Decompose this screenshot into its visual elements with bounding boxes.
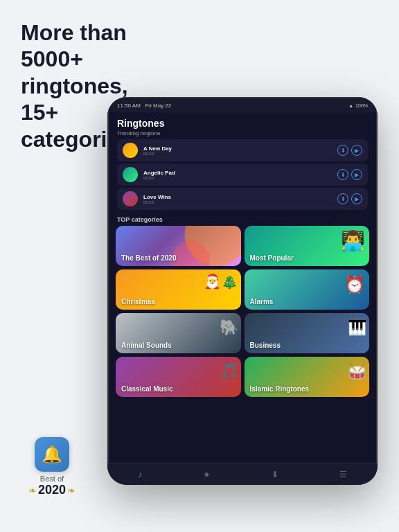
play-button[interactable]: ▶ [351, 193, 362, 204]
laurel-left: ❧ [28, 485, 37, 496]
category-card-islamic[interactable]: Islamic Ringtones [245, 357, 370, 397]
menu-icon: ☰ [339, 470, 347, 479]
star-icon: ★ [203, 470, 211, 479]
ringtone-duration: 00:30 [143, 152, 332, 156]
laurel-right: ❧ [67, 485, 76, 496]
bottom-nav: ♪ ★ ⬇ ☰ [109, 463, 376, 484]
status-bar: 11:50 AM Fri May 22 ▲ 100% [109, 98, 376, 112]
badge-label: Best of ❧ 2020 ❧ [28, 475, 76, 497]
download-button[interactable]: ⬇ [337, 193, 348, 204]
ringtone-actions: ⬇ ▶ [337, 169, 362, 180]
nav-item-music[interactable]: ♪ [138, 470, 142, 479]
hero-line1: More than [21, 20, 127, 45]
ringtone-info: Angelic Pad 00:30 [143, 170, 332, 180]
top-categories-label: TOP categories [109, 212, 376, 226]
music-icon: ♪ [138, 470, 142, 479]
download-button[interactable]: ⬇ [337, 169, 348, 180]
nav-item-menu[interactable]: ☰ [339, 470, 347, 479]
ringtone-name: Angelic Pad [143, 170, 332, 176]
category-label: The Best of 2020 [121, 254, 176, 262]
play-button[interactable]: ▶ [351, 145, 362, 156]
nav-item-favorites[interactable]: ★ [203, 470, 211, 479]
download-button[interactable]: ⬇ [337, 145, 348, 156]
wifi-icon: ▲ [348, 103, 353, 108]
badge-text: Best of [28, 475, 76, 483]
trending-label: Trending ringtone [117, 130, 368, 136]
category-label: Most Popular [250, 254, 294, 262]
ringtone-duration: 00:30 [143, 176, 332, 180]
status-time: 11:50 AM Fri May 22 [117, 103, 171, 109]
ringtone-name: Love Wins [143, 194, 332, 200]
category-card-most-popular[interactable]: Most Popular [245, 226, 370, 266]
nav-item-downloads[interactable]: ⬇ [272, 470, 278, 479]
category-card-best2020[interactable]: The Best of 2020 [116, 226, 241, 266]
category-label: Business [250, 342, 281, 349]
ringtone-info: A New Day 00:30 [143, 145, 332, 156]
ringtone-duration: 00:25 [143, 200, 332, 204]
play-button[interactable]: ▶ [351, 169, 362, 180]
ringtone-name: A New Day [143, 145, 332, 152]
battery-icon: 100% [355, 103, 368, 108]
tablet-device: 11:50 AM Fri May 22 ▲ 100% Ringtones Tre… [107, 97, 378, 485]
category-card-classical[interactable]: Classical Music [116, 357, 241, 397]
category-label: Classical Music [121, 385, 172, 393]
category-label: Islamic Ringtones [250, 385, 310, 393]
category-card-christmas[interactable]: Christmas [116, 269, 241, 310]
category-card-business[interactable]: Business [245, 313, 370, 353]
avatar [123, 191, 138, 206]
badge-year: 2020 [38, 483, 66, 497]
hero-line2: 5000+ ringtones, [21, 46, 128, 98]
category-card-alarms[interactable]: Alarms [245, 269, 370, 310]
badge-year-row: ❧ 2020 ❧ [28, 483, 76, 497]
download-icon: ⬇ [272, 470, 278, 479]
list-item[interactable]: Love Wins 00:25 ⬇ ▶ [117, 188, 368, 210]
badge-icon: 🔔 [35, 437, 69, 472]
app-title: Ringtones [117, 118, 368, 129]
app-header: Ringtones Trending ringtone [109, 112, 376, 139]
list-item[interactable]: A New Day 00:30 ⬇ ▶ [117, 139, 368, 161]
category-label: Christmas [121, 298, 155, 305]
category-card-animal[interactable]: Animal Sounds [116, 313, 241, 353]
ringtone-actions: ⬇ ▶ [337, 145, 362, 156]
avatar [123, 143, 138, 158]
ringtone-list: A New Day 00:30 ⬇ ▶ Angelic Pad 00:30 ⬇ … [109, 139, 376, 210]
category-label: Alarms [250, 298, 274, 305]
best-of-badge: 🔔 Best of ❧ 2020 ❧ [21, 437, 83, 497]
ringtone-actions: ⬇ ▶ [337, 193, 362, 204]
ringtone-info: Love Wins 00:25 [143, 194, 332, 204]
category-label: Animal Sounds [121, 342, 172, 349]
avatar [123, 167, 138, 182]
list-item[interactable]: Angelic Pad 00:30 ⬇ ▶ [117, 163, 368, 186]
status-icons: ▲ 100% [348, 103, 368, 108]
category-grid: The Best of 2020 Most Popular Christmas … [109, 226, 376, 397]
app-content: Ringtones Trending ringtone A New Day 00… [109, 112, 376, 484]
